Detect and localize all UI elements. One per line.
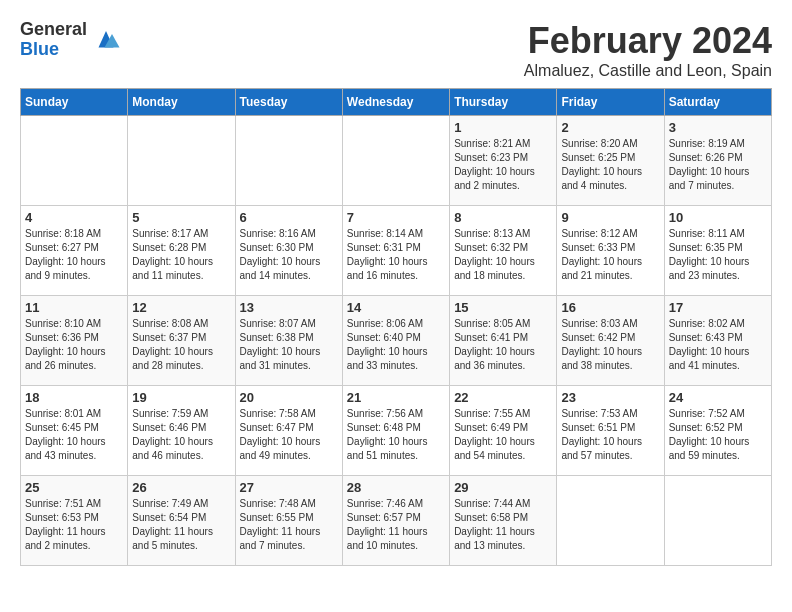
calendar-cell: 16Sunrise: 8:03 AM Sunset: 6:42 PM Dayli… xyxy=(557,296,664,386)
day-info: Sunrise: 8:06 AM Sunset: 6:40 PM Dayligh… xyxy=(347,317,445,373)
day-number: 3 xyxy=(669,120,767,135)
day-number: 17 xyxy=(669,300,767,315)
calendar-cell: 4Sunrise: 8:18 AM Sunset: 6:27 PM Daylig… xyxy=(21,206,128,296)
day-number: 9 xyxy=(561,210,659,225)
day-info: Sunrise: 7:48 AM Sunset: 6:55 PM Dayligh… xyxy=(240,497,338,553)
calendar-cell: 22Sunrise: 7:55 AM Sunset: 6:49 PM Dayli… xyxy=(450,386,557,476)
day-info: Sunrise: 8:07 AM Sunset: 6:38 PM Dayligh… xyxy=(240,317,338,373)
calendar-cell: 13Sunrise: 8:07 AM Sunset: 6:38 PM Dayli… xyxy=(235,296,342,386)
calendar-cell: 2Sunrise: 8:20 AM Sunset: 6:25 PM Daylig… xyxy=(557,116,664,206)
calendar-cell: 18Sunrise: 8:01 AM Sunset: 6:45 PM Dayli… xyxy=(21,386,128,476)
day-info: Sunrise: 8:05 AM Sunset: 6:41 PM Dayligh… xyxy=(454,317,552,373)
day-info: Sunrise: 8:21 AM Sunset: 6:23 PM Dayligh… xyxy=(454,137,552,193)
calendar-cell: 19Sunrise: 7:59 AM Sunset: 6:46 PM Dayli… xyxy=(128,386,235,476)
day-info: Sunrise: 7:44 AM Sunset: 6:58 PM Dayligh… xyxy=(454,497,552,553)
day-info: Sunrise: 8:13 AM Sunset: 6:32 PM Dayligh… xyxy=(454,227,552,283)
day-number: 5 xyxy=(132,210,230,225)
calendar-cell: 12Sunrise: 8:08 AM Sunset: 6:37 PM Dayli… xyxy=(128,296,235,386)
calendar-cell: 27Sunrise: 7:48 AM Sunset: 6:55 PM Dayli… xyxy=(235,476,342,566)
day-number: 27 xyxy=(240,480,338,495)
day-number: 2 xyxy=(561,120,659,135)
day-info: Sunrise: 8:20 AM Sunset: 6:25 PM Dayligh… xyxy=(561,137,659,193)
calendar-cell xyxy=(235,116,342,206)
day-number: 7 xyxy=(347,210,445,225)
day-number: 18 xyxy=(25,390,123,405)
day-info: Sunrise: 8:18 AM Sunset: 6:27 PM Dayligh… xyxy=(25,227,123,283)
weekday-header: Sunday xyxy=(21,89,128,116)
day-info: Sunrise: 8:14 AM Sunset: 6:31 PM Dayligh… xyxy=(347,227,445,283)
day-info: Sunrise: 8:08 AM Sunset: 6:37 PM Dayligh… xyxy=(132,317,230,373)
calendar-cell: 3Sunrise: 8:19 AM Sunset: 6:26 PM Daylig… xyxy=(664,116,771,206)
title-area: February 2024 Almaluez, Castille and Leo… xyxy=(524,20,772,80)
calendar-cell xyxy=(557,476,664,566)
weekday-header: Monday xyxy=(128,89,235,116)
calendar-cell: 24Sunrise: 7:52 AM Sunset: 6:52 PM Dayli… xyxy=(664,386,771,476)
calendar-cell xyxy=(664,476,771,566)
calendar-cell: 25Sunrise: 7:51 AM Sunset: 6:53 PM Dayli… xyxy=(21,476,128,566)
day-number: 11 xyxy=(25,300,123,315)
day-info: Sunrise: 8:16 AM Sunset: 6:30 PM Dayligh… xyxy=(240,227,338,283)
calendar-cell xyxy=(128,116,235,206)
day-info: Sunrise: 8:02 AM Sunset: 6:43 PM Dayligh… xyxy=(669,317,767,373)
calendar-cell: 11Sunrise: 8:10 AM Sunset: 6:36 PM Dayli… xyxy=(21,296,128,386)
logo-blue: Blue xyxy=(20,40,87,60)
weekday-header: Friday xyxy=(557,89,664,116)
weekday-header-row: SundayMondayTuesdayWednesdayThursdayFrid… xyxy=(21,89,772,116)
day-info: Sunrise: 8:17 AM Sunset: 6:28 PM Dayligh… xyxy=(132,227,230,283)
calendar-cell: 26Sunrise: 7:49 AM Sunset: 6:54 PM Dayli… xyxy=(128,476,235,566)
day-number: 22 xyxy=(454,390,552,405)
location-title: Almaluez, Castille and Leon, Spain xyxy=(524,62,772,80)
calendar-table: SundayMondayTuesdayWednesdayThursdayFrid… xyxy=(20,88,772,566)
calendar-cell: 7Sunrise: 8:14 AM Sunset: 6:31 PM Daylig… xyxy=(342,206,449,296)
day-info: Sunrise: 7:55 AM Sunset: 6:49 PM Dayligh… xyxy=(454,407,552,463)
day-number: 10 xyxy=(669,210,767,225)
day-number: 26 xyxy=(132,480,230,495)
day-info: Sunrise: 8:19 AM Sunset: 6:26 PM Dayligh… xyxy=(669,137,767,193)
calendar-cell: 5Sunrise: 8:17 AM Sunset: 6:28 PM Daylig… xyxy=(128,206,235,296)
calendar-cell xyxy=(342,116,449,206)
calendar-cell xyxy=(21,116,128,206)
day-number: 23 xyxy=(561,390,659,405)
calendar-cell: 1Sunrise: 8:21 AM Sunset: 6:23 PM Daylig… xyxy=(450,116,557,206)
calendar-cell: 17Sunrise: 8:02 AM Sunset: 6:43 PM Dayli… xyxy=(664,296,771,386)
calendar-cell: 28Sunrise: 7:46 AM Sunset: 6:57 PM Dayli… xyxy=(342,476,449,566)
calendar-cell: 20Sunrise: 7:58 AM Sunset: 6:47 PM Dayli… xyxy=(235,386,342,476)
calendar-cell: 9Sunrise: 8:12 AM Sunset: 6:33 PM Daylig… xyxy=(557,206,664,296)
day-info: Sunrise: 8:10 AM Sunset: 6:36 PM Dayligh… xyxy=(25,317,123,373)
calendar-cell: 23Sunrise: 7:53 AM Sunset: 6:51 PM Dayli… xyxy=(557,386,664,476)
day-number: 20 xyxy=(240,390,338,405)
logo-icon xyxy=(91,25,121,55)
day-info: Sunrise: 7:56 AM Sunset: 6:48 PM Dayligh… xyxy=(347,407,445,463)
day-info: Sunrise: 7:46 AM Sunset: 6:57 PM Dayligh… xyxy=(347,497,445,553)
page-header: General Blue February 2024 Almaluez, Cas… xyxy=(20,20,772,80)
day-info: Sunrise: 8:01 AM Sunset: 6:45 PM Dayligh… xyxy=(25,407,123,463)
day-info: Sunrise: 7:58 AM Sunset: 6:47 PM Dayligh… xyxy=(240,407,338,463)
calendar-row: 1Sunrise: 8:21 AM Sunset: 6:23 PM Daylig… xyxy=(21,116,772,206)
calendar-row: 4Sunrise: 8:18 AM Sunset: 6:27 PM Daylig… xyxy=(21,206,772,296)
day-number: 14 xyxy=(347,300,445,315)
weekday-header: Thursday xyxy=(450,89,557,116)
day-number: 8 xyxy=(454,210,552,225)
calendar-cell: 29Sunrise: 7:44 AM Sunset: 6:58 PM Dayli… xyxy=(450,476,557,566)
day-number: 28 xyxy=(347,480,445,495)
day-number: 12 xyxy=(132,300,230,315)
day-info: Sunrise: 8:03 AM Sunset: 6:42 PM Dayligh… xyxy=(561,317,659,373)
day-info: Sunrise: 8:11 AM Sunset: 6:35 PM Dayligh… xyxy=(669,227,767,283)
calendar-cell: 6Sunrise: 8:16 AM Sunset: 6:30 PM Daylig… xyxy=(235,206,342,296)
day-number: 16 xyxy=(561,300,659,315)
calendar-cell: 15Sunrise: 8:05 AM Sunset: 6:41 PM Dayli… xyxy=(450,296,557,386)
day-number: 24 xyxy=(669,390,767,405)
day-number: 13 xyxy=(240,300,338,315)
day-number: 19 xyxy=(132,390,230,405)
weekday-header: Tuesday xyxy=(235,89,342,116)
day-info: Sunrise: 7:51 AM Sunset: 6:53 PM Dayligh… xyxy=(25,497,123,553)
month-title: February 2024 xyxy=(524,20,772,62)
weekday-header: Saturday xyxy=(664,89,771,116)
logo-general: General xyxy=(20,20,87,40)
calendar-row: 18Sunrise: 8:01 AM Sunset: 6:45 PM Dayli… xyxy=(21,386,772,476)
calendar-cell: 8Sunrise: 8:13 AM Sunset: 6:32 PM Daylig… xyxy=(450,206,557,296)
day-info: Sunrise: 7:49 AM Sunset: 6:54 PM Dayligh… xyxy=(132,497,230,553)
day-number: 29 xyxy=(454,480,552,495)
logo: General Blue xyxy=(20,20,121,60)
calendar-row: 25Sunrise: 7:51 AM Sunset: 6:53 PM Dayli… xyxy=(21,476,772,566)
